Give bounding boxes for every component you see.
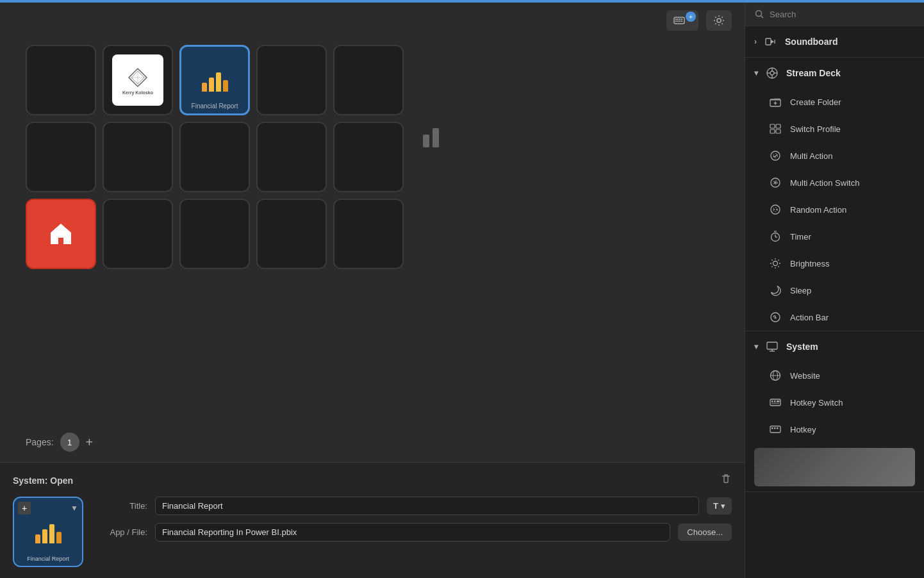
font-chevron-icon: ▾ [721,501,725,511]
soundboard-chevron: › [754,37,757,46]
sidebar-item-timer[interactable]: Timer [745,223,924,250]
system-header[interactable]: ▾ System [745,331,924,362]
sidebar-item-create-folder[interactable]: Create Folder [745,88,924,115]
multi-action-icon [768,149,782,163]
hotkey-label: Hotkey [790,425,816,434]
svg-rect-59 [770,399,780,406]
svg-line-51 [771,266,772,267]
soundboard-icon [763,34,779,49]
preview-key-top: + ▼ [18,502,78,515]
svg-rect-53 [767,342,777,349]
add-keyboard-button[interactable]: + [666,10,698,31]
sidebar-section-soundboard: › Soundboard [745,26,924,58]
deck-cell-home[interactable] [26,199,96,269]
deck-cell-5[interactable] [26,122,96,192]
kerry-kolosko-tile: Kerry Kolosko [112,54,163,106]
deck-grid: Kerry Kolosko Financial Report [26,45,404,269]
svg-line-49 [778,266,779,267]
choose-button[interactable]: Choose... [678,524,732,541]
sidebar-item-hotkey-switch[interactable]: Hotkey Switch [745,389,924,416]
svg-rect-4 [681,19,682,20]
deck-cell-14[interactable] [333,199,404,269]
pages-label: Pages: [26,437,54,447]
svg-point-38 [776,209,777,210]
sidebar-item-website[interactable]: Website [745,362,924,389]
font-button[interactable]: T ▾ [707,497,732,515]
svg-rect-65 [771,427,773,429]
system-label: System: Open [13,475,73,486]
title-row: Title: T ▾ [96,497,732,515]
font-T-icon: T [713,501,718,511]
sidebar-item-multi-action[interactable]: Multi Action [745,142,924,169]
sidebar-item-sleep[interactable]: Sleep [745,277,924,304]
add-badge: + [686,12,696,22]
svg-rect-5 [675,21,677,22]
deck-cell-6[interactable] [103,122,173,192]
bottom-panel-content: + ▼ Financial Report Title: [13,497,732,567]
trash-icon [720,473,732,484]
kerry-label: Kerry Kolosko [122,90,153,95]
sidebar-item-multi-action-switch[interactable]: Multi Action Switch [745,169,924,196]
deck-cell-3[interactable] [256,45,327,115]
svg-rect-8 [681,21,682,22]
gear-icon [713,14,725,27]
sidebar-item-random-action[interactable]: Random Action [745,196,924,223]
settings-button[interactable] [706,10,732,31]
title-label: Title: [96,501,147,511]
svg-line-15 [761,16,764,19]
hotkey-icon [768,422,782,436]
sidebar-item-switch-profile[interactable]: Switch Profile [745,115,924,142]
streamdeck-chevron: ▾ [754,69,758,78]
switch-profile-label: Switch Profile [790,124,841,134]
svg-rect-29 [770,129,775,133]
svg-rect-2 [677,19,679,20]
sidebar-image-preview [754,448,915,486]
search-icon [754,9,764,19]
deck-cell-9[interactable] [333,122,404,192]
svg-rect-6 [677,21,679,22]
svg-point-31 [771,151,780,160]
page-add-button[interactable]: + [86,436,94,449]
search-input[interactable] [770,10,915,19]
switch-profile-icon [768,122,782,136]
appfile-input[interactable] [155,523,670,541]
preview-key-label: Financial Report [14,556,82,562]
deck-cell-2[interactable]: Financial Report [179,45,250,115]
sidebar-item-action-bar[interactable]: Action Bar [745,304,924,331]
deck-cell-13[interactable] [256,199,327,269]
svg-point-9 [717,19,721,22]
preview-chevron-icon[interactable]: ▼ [70,504,78,513]
sidebar-item-hotkey[interactable]: Hotkey [745,416,924,443]
preview-key[interactable]: + ▼ Financial Report [13,497,83,567]
website-icon [768,368,782,383]
svg-rect-63 [771,403,779,404]
timer-icon [768,229,782,244]
deck-cell-8[interactable] [256,122,327,192]
main-layout: + [0,3,924,578]
system-chevron: ▾ [754,342,758,351]
deck-cell-1[interactable]: Kerry Kolosko [103,45,173,115]
delete-button[interactable] [720,473,732,488]
page-1-button[interactable]: 1 [60,433,79,452]
svg-point-37 [773,209,775,210]
brightness-label: Brightness [790,259,829,268]
preview-add-button[interactable]: + [18,502,31,515]
sidebar-item-brightness[interactable]: Brightness [745,250,924,277]
title-input[interactable] [155,497,699,515]
deck-cell-0[interactable] [26,45,96,115]
svg-point-35 [771,205,780,214]
svg-rect-3 [679,19,681,20]
deck-cell-11[interactable] [103,199,173,269]
diamond-icon [126,66,149,89]
website-label: Website [790,371,820,381]
random-action-label: Random Action [790,205,846,215]
streamdeck-header[interactable]: ▾ Stream Deck [745,58,924,88]
system-icon [764,339,780,354]
deck-cell-12[interactable] [179,199,250,269]
svg-point-14 [756,11,762,17]
svg-rect-60 [771,400,773,402]
deck-cell-4[interactable] [333,45,404,115]
home-icon [45,219,76,249]
deck-cell-7[interactable] [179,122,250,192]
soundboard-header[interactable]: › Soundboard [745,26,924,57]
